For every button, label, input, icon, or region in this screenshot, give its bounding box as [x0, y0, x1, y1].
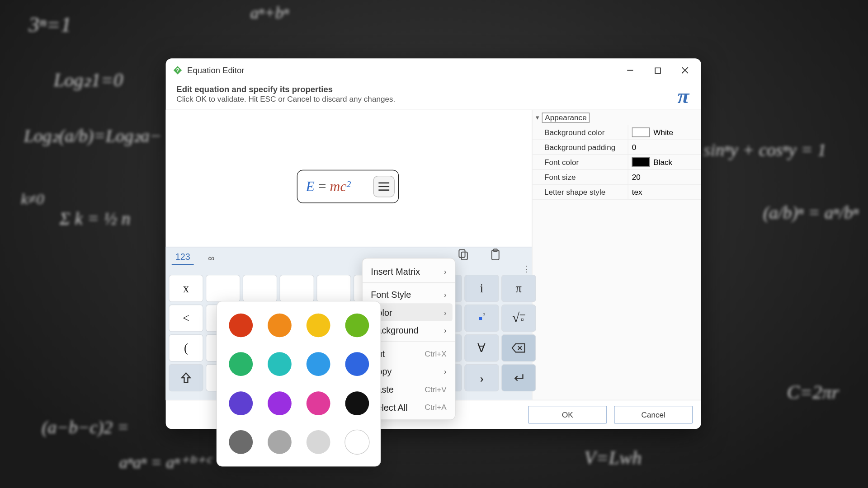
color-swatch-option[interactable] [267, 391, 291, 415]
property-row[interactable]: Background padding0 [533, 140, 701, 155]
keyboard-key[interactable] [206, 275, 240, 302]
chalk-text: (a/b)ⁿ = aⁿ/bⁿ [763, 202, 859, 223]
keyboard-key[interactable] [316, 275, 351, 302]
properties-panel: ▾ Appearance Background colorWhiteBackgr… [532, 110, 701, 400]
property-name: Letter shape style [533, 188, 628, 197]
property-name: Background padding [533, 143, 628, 152]
minimize-button[interactable] [617, 61, 644, 80]
property-value[interactable]: tex [628, 185, 701, 199]
chevron-down-icon: ▾ [536, 114, 539, 122]
keyboard-key[interactable]: √▫ [501, 305, 536, 332]
chevron-right-icon: › [444, 290, 447, 299]
property-value[interactable]: Black [628, 155, 701, 169]
property-row[interactable]: Font colorBlack [533, 155, 701, 170]
shortcut-label: Ctrl+X [425, 349, 447, 358]
header-subtitle: Click OK to validate. Hit ESC or Cancel … [176, 95, 690, 104]
keyboard-key[interactable]: π [501, 275, 536, 302]
color-swatch-option[interactable] [345, 391, 369, 415]
paste-icon[interactable] [489, 249, 502, 264]
color-swatch-option[interactable] [306, 352, 330, 376]
keyboard-key[interactable]: < [169, 305, 203, 332]
color-swatch-option[interactable] [306, 430, 330, 454]
equation-canvas[interactable]: E = m c 2 123 ∞ ⋮ xiπ<▪▫√▫(∀+‹› [166, 110, 532, 400]
property-name: Background color [533, 128, 628, 137]
property-value[interactable]: 0 [628, 140, 701, 155]
color-swatch [632, 157, 650, 167]
keyboard-key[interactable]: ( [169, 334, 203, 362]
color-swatch-option[interactable] [267, 352, 291, 376]
color-swatch-option[interactable] [229, 313, 253, 337]
keyboard-key[interactable] [279, 275, 314, 302]
chalk-text: sinⁿy + cosⁿy = 1 [703, 140, 826, 160]
property-row[interactable]: Font size20 [533, 170, 701, 185]
color-swatch-option[interactable] [229, 352, 253, 376]
shortcut-label: Ctrl+A [425, 403, 447, 412]
keyboard-key[interactable]: › [464, 364, 499, 392]
color-swatch-option[interactable] [344, 430, 369, 455]
chalk-text: V=Lwh [584, 447, 642, 469]
keyboard-key[interactable] [501, 334, 536, 362]
pi-logo-icon: π [677, 84, 689, 108]
property-name: Font size [533, 173, 628, 182]
chalk-text: Log₂1=0 [54, 69, 123, 91]
equation-token-sup2: 2 [346, 179, 351, 189]
equation-menu-button[interactable] [373, 176, 394, 197]
cancel-button[interactable]: Cancel [614, 406, 693, 424]
keyboard-tab-123[interactable]: 123 [172, 249, 194, 265]
keyboard-key[interactable]: ▪▫ [464, 305, 499, 332]
chalk-text: Σ k = ½ n [60, 209, 131, 229]
color-swatch-option[interactable] [306, 313, 330, 337]
close-button[interactable] [671, 61, 699, 80]
property-row[interactable]: Letter shape styletex [533, 185, 701, 200]
equation-token-c: c [340, 178, 346, 195]
copy-icon[interactable] [457, 249, 470, 264]
svg-rect-7 [462, 252, 467, 260]
color-picker-popup [217, 301, 381, 467]
app-icon: ? [173, 66, 182, 75]
keyboard-key[interactable]: x [169, 275, 203, 302]
keyboard-tab-infinity[interactable]: ∞ [204, 250, 218, 265]
equation-token-E: E [306, 178, 314, 195]
svg-rect-3 [655, 68, 660, 73]
chalk-text: k≠0 [21, 191, 44, 209]
equation-token-equals: = [318, 178, 326, 195]
ok-button[interactable]: OK [528, 406, 607, 424]
chalk-text: aⁿaⁿ = aⁿ⁺ᵇ⁺ᶜ [119, 453, 211, 473]
color-swatch-option[interactable] [345, 352, 369, 376]
keyboard-key[interactable] [501, 364, 536, 392]
titlebar: ? Equation Editor [166, 58, 701, 82]
color-swatch-option[interactable] [306, 391, 330, 415]
hamburger-icon [378, 186, 389, 187]
keyboard-key[interactable]: ∀ [464, 334, 499, 362]
menu-insert-matrix[interactable]: Insert Matrix› [363, 262, 455, 280]
chevron-right-icon: › [444, 267, 447, 276]
color-swatch-option[interactable] [267, 430, 291, 454]
header-title: Edit equation and specify its properties [176, 84, 690, 94]
chalk-text: C=2πr [787, 381, 839, 404]
svg-rect-6 [459, 250, 465, 258]
equation-token-m: m [330, 178, 340, 195]
menu-separator [363, 282, 455, 283]
chalk-text: Log₂(a/b)=Log₂a− [24, 125, 162, 146]
equation-box[interactable]: E = m c 2 [297, 170, 399, 203]
property-value[interactable]: White [628, 125, 701, 140]
color-swatch-option[interactable] [267, 313, 291, 337]
chevron-right-icon: › [444, 367, 447, 376]
shortcut-label: Ctrl+V [425, 385, 447, 394]
color-swatch-option[interactable] [229, 391, 253, 415]
window-title: Equation Editor [187, 66, 616, 75]
keyboard-overflow-icon[interactable]: ⋮ [522, 264, 530, 273]
color-swatch-option[interactable] [229, 430, 253, 454]
property-row[interactable]: Background colorWhite [533, 125, 701, 140]
property-value[interactable]: 20 [628, 170, 701, 184]
maximize-button[interactable] [644, 61, 671, 80]
keyboard-key[interactable] [243, 275, 277, 302]
keyboard-key[interactable]: i [464, 275, 499, 302]
svg-text:?: ? [176, 67, 179, 74]
keyboard-key[interactable] [169, 364, 203, 392]
chalk-text: aⁿ+bⁿ [250, 4, 289, 23]
color-swatch-option[interactable] [345, 313, 369, 337]
chalk-text: (a−b−c)2 = [42, 417, 129, 437]
color-swatch [632, 127, 650, 137]
properties-section-header[interactable]: ▾ Appearance [533, 110, 701, 125]
